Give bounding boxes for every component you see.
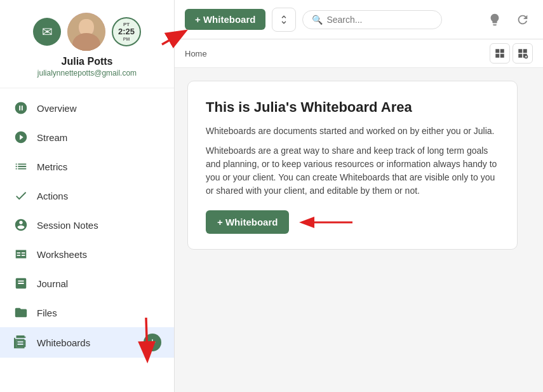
card-description-1: Whiteboards are documents started and wo…: [206, 125, 499, 138]
sidebar-item-files[interactable]: Files: [0, 298, 174, 327]
time-badge: PT 2:25 PM: [112, 17, 141, 46]
search-icon: 🔍: [312, 15, 323, 25]
topbar: + Whiteboard 🔍: [175, 0, 543, 39]
add-whiteboard-top-button[interactable]: + Whiteboard: [185, 9, 265, 30]
whiteboards-label: Whiteboards: [37, 337, 136, 348]
sidebar-item-metrics[interactable]: Metrics: [0, 152, 174, 181]
email-icon[interactable]: ✉: [33, 18, 61, 46]
grid-view-button[interactable]: [490, 43, 510, 64]
card-description-2: Whiteboards are a great way to share and…: [206, 144, 499, 198]
search-box: 🔍: [302, 10, 442, 29]
sidebar-item-stream[interactable]: Stream: [0, 123, 174, 152]
journal-label: Journal: [37, 278, 161, 289]
metrics-label: Metrics: [37, 161, 161, 172]
session-notes-icon: [13, 217, 29, 233]
worksheets-label: Worksheets: [37, 249, 161, 260]
stream-label: Stream: [37, 132, 161, 143]
view-toggle: [490, 43, 533, 64]
journal-icon: [13, 275, 29, 292]
sidebar: ✉ PT 2:25 PM Julia Potts julialynnettepo…: [0, 0, 175, 392]
sidebar-item-overview[interactable]: Overview: [0, 93, 174, 123]
main-content: + Whiteboard 🔍 Home: [175, 0, 543, 392]
add-whiteboard-sidebar-button[interactable]: +: [144, 334, 161, 351]
profile-email: julialynnettepotts@gmail.com: [37, 69, 137, 78]
avatar: [67, 13, 105, 51]
whiteboard-intro-card: This is Julia's Whiteboard Area Whiteboa…: [187, 81, 518, 250]
profile-section: ✉ PT 2:25 PM Julia Potts julialynnettepo…: [0, 0, 174, 88]
metrics-icon: [13, 158, 29, 175]
sidebar-item-journal[interactable]: Journal: [0, 269, 174, 298]
sidebar-nav: Overview Stream Metrics Actions: [0, 88, 174, 392]
card-title: This is Julia's Whiteboard Area: [206, 99, 499, 116]
stream-icon: [13, 129, 29, 145]
worksheets-icon: [13, 246, 29, 262]
lightbulb-icon[interactable]: [485, 10, 505, 30]
files-icon: [13, 304, 29, 321]
session-notes-label: Session Notes: [37, 220, 161, 231]
whiteboards-icon: [13, 334, 29, 351]
files-label: Files: [37, 308, 161, 318]
breadcrumb-bar: Home: [175, 39, 543, 68]
breadcrumb: Home: [185, 49, 207, 58]
list-view-button[interactable]: [513, 43, 533, 64]
sidebar-item-worksheets[interactable]: Worksheets: [0, 240, 174, 269]
content-area: This is Julia's Whiteboard Area Whiteboa…: [175, 68, 543, 392]
refresh-icon[interactable]: [513, 10, 533, 30]
actions-label: Actions: [37, 191, 161, 201]
sort-button[interactable]: [272, 8, 296, 32]
actions-icon: [13, 187, 29, 204]
search-input[interactable]: [326, 15, 432, 25]
add-whiteboard-card-button[interactable]: + Whiteboard: [206, 210, 289, 234]
profile-name: Julia Potts: [62, 56, 113, 67]
overview-label: Overview: [37, 103, 161, 114]
sidebar-item-whiteboards[interactable]: Whiteboards +: [0, 327, 174, 358]
overview-icon: [13, 100, 29, 116]
sidebar-item-actions[interactable]: Actions: [0, 181, 174, 210]
sidebar-item-session-notes[interactable]: Session Notes: [0, 210, 174, 240]
arrow-to-card-button: [297, 213, 354, 232]
